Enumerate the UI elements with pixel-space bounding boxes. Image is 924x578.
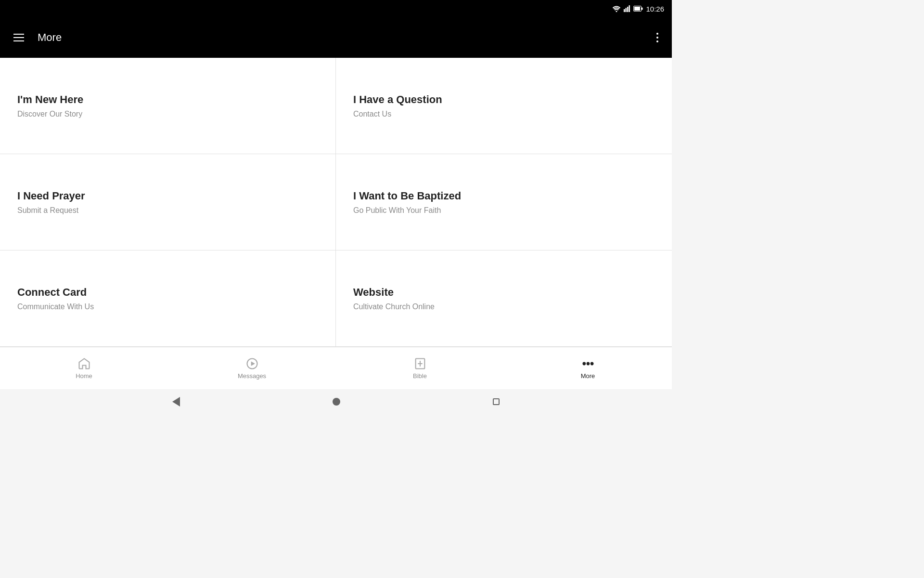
svg-point-14 bbox=[587, 363, 589, 365]
nav-bible[interactable]: Bible bbox=[336, 353, 504, 383]
nav-bible-label: Bible bbox=[413, 372, 427, 380]
wifi-icon bbox=[612, 5, 621, 12]
grid-item-question-subtitle: Contact Us bbox=[353, 110, 654, 118]
svg-rect-1 bbox=[624, 9, 625, 12]
grid-item-website-title: Website bbox=[353, 286, 654, 299]
signal-icon bbox=[624, 5, 630, 12]
grid-item-baptized-subtitle: Go Public With Your Faith bbox=[353, 206, 654, 215]
grid-item-new-here[interactable]: I'm New Here Discover Our Story bbox=[0, 58, 336, 154]
grid-item-baptized-title: I Want to Be Baptized bbox=[353, 190, 654, 202]
grid-item-website-subtitle: Cultivate Church Online bbox=[353, 302, 654, 311]
grid-item-question-title: I Have a Question bbox=[353, 93, 654, 106]
grid-item-question[interactable]: I Have a Question Contact Us bbox=[336, 58, 672, 154]
status-icons: 10:26 bbox=[612, 5, 664, 13]
overflow-menu-button[interactable] bbox=[653, 29, 662, 46]
back-button[interactable] bbox=[172, 397, 180, 407]
back-arrow-icon bbox=[172, 397, 180, 407]
grid-item-new-here-title: I'm New Here bbox=[17, 93, 318, 106]
svg-point-0 bbox=[616, 11, 617, 13]
nav-messages-label: Messages bbox=[238, 372, 266, 380]
status-bar: 10:26 bbox=[0, 0, 672, 17]
svg-rect-2 bbox=[626, 8, 627, 13]
grid-item-new-here-subtitle: Discover Our Story bbox=[17, 110, 318, 118]
recents-button[interactable] bbox=[493, 398, 500, 405]
svg-rect-3 bbox=[627, 7, 629, 12]
grid-item-connect-subtitle: Communicate With Us bbox=[17, 302, 318, 311]
grid-item-prayer-title: I Need Prayer bbox=[17, 190, 318, 202]
grid-item-prayer[interactable]: I Need Prayer Submit a Request bbox=[0, 154, 336, 250]
svg-marker-9 bbox=[251, 361, 255, 366]
battery-icon bbox=[633, 6, 643, 12]
status-time: 10:26 bbox=[646, 5, 664, 13]
nav-home-label: Home bbox=[76, 372, 92, 380]
grid-item-prayer-subtitle: Submit a Request bbox=[17, 206, 318, 215]
grid-item-website[interactable]: Website Cultivate Church Online bbox=[336, 250, 672, 347]
nav-more[interactable]: More bbox=[504, 353, 672, 383]
content-grid: I'm New Here Discover Our Story I Have a… bbox=[0, 58, 672, 347]
recents-square-icon bbox=[493, 398, 500, 405]
system-nav bbox=[0, 389, 672, 414]
svg-rect-4 bbox=[629, 5, 630, 12]
page-title: More bbox=[38, 31, 653, 44]
app-bar: More bbox=[0, 17, 672, 58]
svg-point-15 bbox=[590, 363, 593, 365]
menu-button[interactable] bbox=[10, 30, 28, 45]
grid-item-baptized[interactable]: I Want to Be Baptized Go Public With You… bbox=[336, 154, 672, 250]
messages-icon bbox=[245, 357, 259, 370]
bible-icon bbox=[413, 357, 427, 370]
grid-item-connect-title: Connect Card bbox=[17, 286, 318, 299]
home-circle-icon bbox=[333, 398, 340, 406]
home-button[interactable] bbox=[333, 398, 340, 406]
home-icon bbox=[77, 357, 91, 370]
grid-item-connect[interactable]: Connect Card Communicate With Us bbox=[0, 250, 336, 347]
nav-more-label: More bbox=[581, 372, 595, 380]
svg-rect-6 bbox=[634, 7, 640, 11]
svg-rect-7 bbox=[642, 8, 643, 10]
nav-home[interactable]: Home bbox=[0, 353, 168, 383]
nav-messages[interactable]: Messages bbox=[168, 353, 336, 383]
svg-point-13 bbox=[583, 363, 585, 365]
bottom-nav: Home Messages Bible Mor bbox=[0, 347, 672, 389]
more-icon bbox=[581, 357, 595, 370]
